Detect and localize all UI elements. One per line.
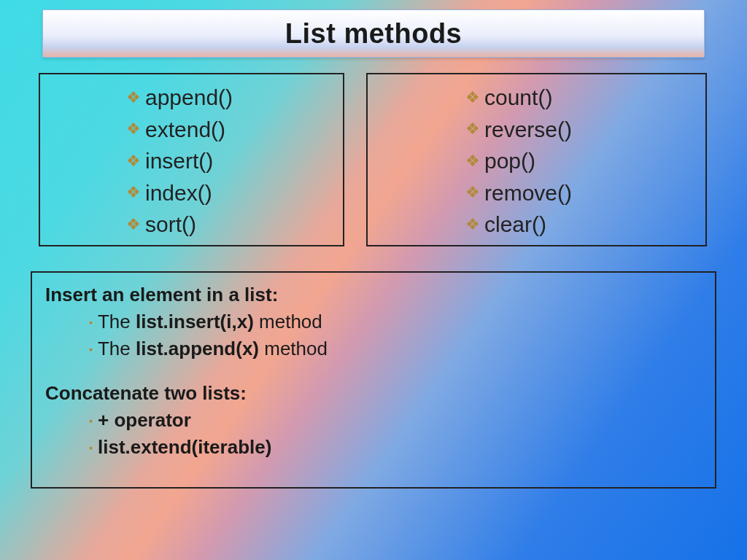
method-label: index() [145, 177, 212, 209]
slide-title-bar: List methods [42, 9, 705, 58]
methods-list-right: ❖count() ❖reverse() ❖pop() ❖remove() ❖cl… [391, 82, 691, 241]
text-bold: list.append(x) [136, 338, 259, 359]
square-bullet-icon: ▪ [89, 415, 93, 427]
detail-box: Insert an element in a list: ▪The list.i… [31, 271, 716, 489]
concat-heading: Concatenate two lists: [45, 380, 702, 407]
diamond-bullet-icon: ❖ [126, 86, 141, 109]
method-label: remove() [484, 177, 572, 209]
list-item: ❖remove() [465, 177, 691, 209]
diamond-bullet-icon: ❖ [465, 181, 480, 204]
text-post: method [259, 338, 328, 359]
insert-sublist: ▪The list.insert(i,x) method ▪The list.a… [45, 308, 702, 362]
method-label: sort() [145, 209, 196, 241]
methods-list-left: ❖append() ❖extend() ❖insert() ❖index() ❖… [63, 82, 328, 241]
method-label: count() [484, 82, 552, 114]
diamond-bullet-icon: ❖ [465, 86, 480, 109]
list-item: ▪The list.append(x) method [89, 335, 702, 362]
method-label: reverse() [484, 114, 572, 146]
text-pre: The [98, 311, 136, 332]
method-label: append() [145, 82, 233, 114]
diamond-bullet-icon: ❖ [465, 213, 480, 236]
list-item: ▪list.extend(iterable) [89, 434, 702, 461]
methods-box-left: ❖append() ❖extend() ❖insert() ❖index() ❖… [39, 73, 344, 246]
diamond-bullet-icon: ❖ [126, 117, 141, 141]
list-item: ❖reverse() [465, 114, 691, 146]
list-item: ❖index() [126, 177, 328, 209]
method-label: insert() [145, 145, 213, 177]
list-item: ❖insert() [126, 145, 328, 177]
text-bold: list.extend(iterable) [98, 436, 271, 458]
method-label: pop() [484, 145, 535, 177]
diamond-bullet-icon: ❖ [126, 181, 141, 204]
square-bullet-icon: ▪ [89, 343, 93, 355]
diamond-bullet-icon: ❖ [465, 149, 480, 173]
slide-title: List methods [285, 18, 462, 50]
diamond-bullet-icon: ❖ [465, 117, 480, 141]
square-bullet-icon: ▪ [89, 442, 93, 454]
list-item: ▪+ operator [89, 407, 702, 434]
concat-sublist: ▪+ operator ▪list.extend(iterable) [45, 407, 702, 461]
list-item: ❖clear() [465, 209, 691, 241]
list-item: ❖count() [465, 82, 691, 114]
insert-heading: Insert an element in a list: [45, 281, 702, 308]
list-item: ❖extend() [126, 114, 328, 146]
methods-box-right: ❖count() ❖reverse() ❖pop() ❖remove() ❖cl… [366, 73, 707, 246]
diamond-bullet-icon: ❖ [126, 213, 141, 236]
square-bullet-icon: ▪ [89, 316, 93, 328]
list-item: ❖pop() [465, 145, 691, 177]
list-item: ❖sort() [126, 209, 328, 241]
text-bold: list.insert(i,x) [136, 311, 254, 332]
text-pre: The [98, 338, 136, 359]
method-label: extend() [145, 114, 225, 146]
list-item: ❖append() [126, 82, 328, 114]
diamond-bullet-icon: ❖ [126, 149, 141, 173]
text-bold: + operator [98, 409, 191, 431]
text-post: method [254, 311, 322, 332]
method-label: clear() [484, 209, 546, 241]
list-item: ▪The list.insert(i,x) method [89, 308, 702, 335]
